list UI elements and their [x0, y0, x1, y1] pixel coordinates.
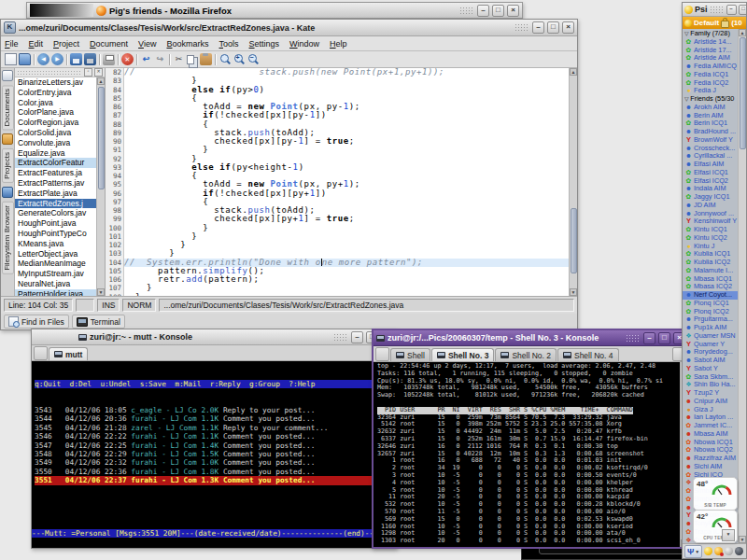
roster-contact[interactable]: Kintu J [683, 243, 738, 251]
menu-window[interactable]: Window [289, 39, 319, 49]
menu-document[interactable]: Document [90, 39, 128, 49]
menu-edit[interactable]: Edit [29, 39, 44, 49]
file-list-item[interactable]: HoughPointTypeCo [15, 229, 96, 239]
menu-tools[interactable]: Tools [219, 39, 239, 49]
new-document-icon[interactable] [5, 53, 17, 65]
roster-contact[interactable]: Pionq ICQ2 [683, 308, 738, 316]
roster-contact[interactable]: Quamer Y [683, 341, 738, 349]
roster-contact[interactable]: Elfasi AIM [683, 161, 738, 169]
status-online-icon[interactable] [704, 547, 712, 555]
scroll-down-arrow-icon[interactable]: ▼ [97, 288, 105, 296]
roster-contact[interactable]: Sara Skbm... [683, 373, 738, 382]
tab-shell-no-4[interactable]: Shell No. 4 [557, 348, 619, 361]
psi-titlebar[interactable]: Psi – □ × [683, 3, 746, 17]
file-list-item[interactable]: ColorSolid.java [15, 128, 96, 138]
roster-contact[interactable]: Fedia J [683, 87, 738, 95]
roster-contact[interactable]: Aristide 17... [683, 47, 738, 55]
find-in-files-button[interactable]: Find in Files [4, 315, 69, 329]
sidebar-tab-documents[interactable]: Documents [2, 85, 14, 130]
roster-contact[interactable]: Nbowa ICQ2 [683, 446, 738, 455]
psi-profile-bar[interactable]: Default (10 [683, 17, 746, 29]
mutt-message-row[interactable]: 3548 04/12/06 22:29 furahi - LJ Com 1.5K… [35, 450, 396, 458]
mutt-terminal[interactable]: q:Quit d:Del u:Undel s:Save m:Mail r:Rep… [32, 361, 396, 548]
roster-contact[interactable]: Cnipur AIM [683, 398, 738, 406]
minimize-button[interactable]: – [726, 5, 737, 15]
roster-contact[interactable]: Kublia ICQ2 [683, 259, 738, 267]
file-list-item[interactable]: KMeans.java [15, 239, 96, 249]
minimize-button[interactable]: – [351, 331, 363, 343]
roster-contact[interactable]: Kintu ICQ1 [683, 226, 738, 234]
file-list-item[interactable]: MyInputStream.jav [15, 269, 96, 279]
maximize-button[interactable]: □ [492, 5, 504, 17]
file-list-item[interactable]: NeuralNet.java [15, 279, 96, 289]
scroll-up-arrow-icon[interactable]: ▲ [97, 77, 105, 85]
file-list-item[interactable]: ExtractRedZones.j [15, 199, 96, 209]
forward-icon[interactable] [51, 53, 63, 65]
terminal-button[interactable]: Terminal [72, 315, 125, 329]
close-button[interactable]: × [507, 5, 519, 17]
tab-mutt[interactable]: mutt [49, 347, 88, 360]
save-as-icon[interactable] [84, 53, 96, 65]
menu-file[interactable]: File [5, 39, 19, 49]
roster-contact[interactable]: Cyrillackal ... [683, 152, 738, 161]
copy-icon[interactable] [187, 55, 194, 64]
mutt-message-row[interactable]: 3550 04/12/06 22:36 furahi - LJ Com 1.8K… [35, 468, 396, 476]
roster-contact[interactable]: Shin Bio Ha... [683, 381, 738, 389]
file-list-item[interactable]: MedianMeanImage [15, 259, 96, 269]
menu-view[interactable]: View [138, 39, 156, 49]
roster-contact[interactable]: Kenshinwolf Y [683, 217, 738, 226]
kate-titlebar[interactable]: K ...ome/zuri/Documents/Clases/Tesis/Wor… [1, 20, 577, 36]
roster-contact[interactable]: Malamute I... [683, 267, 738, 275]
menu-project[interactable]: Project [53, 39, 79, 49]
roster-contact[interactable]: Aristide AIM [683, 54, 738, 63]
roster-contact[interactable]: Elfasi ICQ1 [683, 169, 738, 177]
konsole-titlebar[interactable]: zuri@jr:/...Pics/20060307/temp - Shell N… [374, 330, 688, 346]
status-offline-icon[interactable] [725, 547, 733, 555]
redo-icon[interactable] [154, 53, 166, 65]
print-icon[interactable] [103, 53, 115, 65]
roster-contact[interactable]: Arokh AIM [683, 104, 738, 112]
roster-contact[interactable]: Crosscheck... [683, 145, 738, 153]
zoom-out-icon[interactable]: − [247, 53, 259, 65]
minimize-button[interactable]: – [477, 5, 489, 17]
panel-drag-handle[interactable] [17, 70, 82, 75]
roster-contact[interactable]: Sabot AIM [683, 357, 738, 365]
file-list-item[interactable]: HoughPoint.java [15, 218, 96, 229]
menu-help[interactable]: Help [330, 39, 347, 49]
status-invisible-icon[interactable] [735, 547, 743, 555]
roster-contact[interactable]: Mbasa ICQ2 [683, 283, 738, 291]
menu-bookmarks[interactable]: Bookmarks [166, 39, 208, 49]
status-away-icon[interactable] [714, 547, 723, 555]
roster-contact[interactable]: Fedia AIMICQ [683, 63, 738, 71]
mutt-message-row[interactable]: 3547 04/12/06 22:25 furahi - LJ Com 1.4K… [35, 441, 396, 450]
tab-shell[interactable]: Shell [390, 348, 430, 361]
minimize-button[interactable]: – [532, 21, 544, 34]
roster-contact[interactable]: Nerf Coyot... [683, 291, 738, 300]
mutt-message-row[interactable]: 3544 04/12/06 20:36 furahi - LJ Com 1.1K… [35, 414, 396, 423]
file-list-item[interactable]: ColorRegion.java [15, 118, 96, 128]
roster-contact[interactable]: Giza J [683, 406, 738, 414]
roster-scrollbar[interactable]: ▲ ▼ [738, 29, 746, 543]
roster-contact[interactable]: Jammet IC... [683, 422, 738, 430]
roster-contact[interactable]: BrownWolf Y [683, 136, 738, 145]
roster-contact[interactable]: Sabot Y [683, 365, 738, 373]
psi-menu-button[interactable]: Ψ▼ [684, 545, 702, 558]
roster-contact[interactable]: BradHound ... [683, 128, 738, 136]
tab-shell-no-2[interactable]: Shell No. 2 [495, 348, 557, 361]
paste-icon[interactable] [200, 53, 212, 65]
maximize-button[interactable]: □ [739, 5, 746, 15]
file-list-item[interactable]: ExtractColorFeatur [15, 158, 96, 168]
mutt-titlebar[interactable]: zuri@jr:~ - mutt - Konsole – □ × [32, 329, 396, 345]
scrollbar-thumb[interactable] [740, 37, 746, 149]
mutt-message-row[interactable]: 3543 04/12/06 18:05 c_eagle - LJ Co 2.0K… [35, 406, 396, 414]
file-list-item[interactable]: Convolute.java [15, 138, 96, 148]
file-list-item[interactable]: Color.java [15, 98, 96, 108]
roster-group[interactable]: ▽ Family (7/28) [683, 30, 738, 38]
roster-contact[interactable]: Kublia ICQ1 [683, 250, 738, 259]
roster-contact[interactable]: Ian Layton ... [683, 413, 738, 422]
file-list-item[interactable]: ExtractFeatures.ja [15, 168, 96, 178]
undo-icon[interactable] [140, 53, 152, 65]
file-list-item[interactable]: ColorEntry.java [15, 88, 96, 98]
roster-contact[interactable]: Nbowa ICQ1 [683, 439, 738, 447]
stop-icon[interactable] [121, 53, 134, 65]
